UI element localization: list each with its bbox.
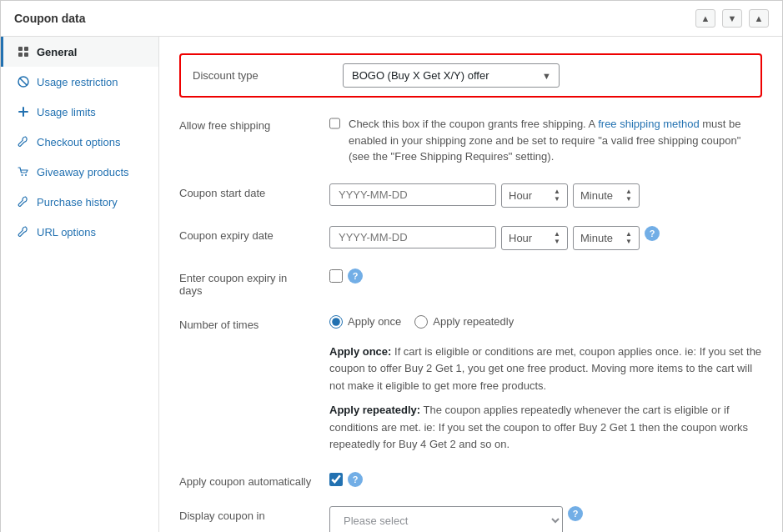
free-shipping-method-link[interactable]: free shipping method — [598, 118, 699, 130]
sidebar-label-usage-limits: Usage limits — [37, 106, 96, 118]
sidebar-label-usage-restriction: Usage restriction — [37, 76, 118, 88]
expiry-hour-up-arrow[interactable]: ▲ — [554, 231, 560, 238]
expiry-hour-spinner[interactable]: Hour ▲ ▼ — [501, 226, 568, 250]
content-area: General Usage restriction Usage limits C… — [1, 37, 782, 532]
start-minute-up-arrow[interactable]: ▲ — [625, 188, 632, 195]
svg-rect-1 — [24, 47, 28, 51]
svg-rect-0 — [18, 47, 23, 51]
expiry-days-content: ? — [329, 269, 762, 284]
apply-auto-checkbox[interactable] — [329, 473, 343, 486]
expiry-days-help-icon[interactable]: ? — [348, 269, 363, 284]
sidebar-item-purchase-history[interactable]: Purchase history — [1, 187, 158, 217]
sidebar-item-checkout-options[interactable]: Checkout options — [1, 127, 158, 157]
coupon-start-date-content: Hour ▲ ▼ Minute ▲ ▼ — [329, 183, 762, 208]
grid-icon — [17, 45, 30, 58]
start-minute-label: Minute — [580, 189, 613, 202]
expiry-minute-up-arrow[interactable]: ▲ — [625, 231, 632, 238]
start-hour-label: Hour — [509, 189, 532, 202]
expiry-hour-label: Hour — [509, 232, 532, 244]
svg-point-9 — [25, 174, 27, 176]
number-of-times-label: Number of times — [179, 315, 313, 331]
start-minute-down-arrow[interactable]: ▼ — [625, 196, 632, 203]
apply-description-text: Apply once: If cart is eligible or condi… — [329, 344, 762, 454]
start-hour-down-arrow[interactable]: ▼ — [554, 196, 560, 203]
coupon-start-date-input[interactable] — [329, 183, 496, 206]
apply-auto-content: ? — [329, 472, 762, 487]
apply-repeatedly-radio[interactable] — [414, 315, 428, 329]
discount-type-label: Discount type — [193, 69, 326, 82]
coupon-expiry-date-row: Coupon expiry date Hour ▲ ▼ Minute ▲ — [179, 223, 762, 250]
sidebar-item-giveaway-products[interactable]: Giveaway products — [1, 157, 158, 187]
sidebar-label-giveaway-products: Giveaway products — [37, 166, 129, 178]
prohibition-icon — [17, 75, 30, 88]
start-minute-arrows[interactable]: ▲ ▼ — [625, 188, 632, 203]
coupon-start-date-label: Coupon start date — [179, 183, 313, 199]
sidebar-item-general[interactable]: General — [1, 37, 158, 67]
display-coupon-help-icon[interactable]: ? — [568, 506, 583, 521]
sidebar-item-url-options[interactable]: URL options — [1, 217, 158, 247]
apply-once-radio[interactable] — [329, 315, 343, 329]
start-hour-arrows[interactable]: ▲ ▼ — [554, 188, 560, 203]
apply-repeatedly-label: Apply repeatedly — [433, 315, 514, 328]
display-coupon-select[interactable]: Please select — [329, 506, 563, 532]
window-title: Coupon data — [14, 12, 86, 25]
apply-auto-row: Apply coupon automatically ? — [179, 469, 762, 488]
apply-repeatedly-option[interactable]: Apply repeatedly — [414, 315, 514, 329]
number-of-times-row: Number of times Apply once Apply repeate… — [179, 312, 762, 454]
expiry-minute-down-arrow[interactable]: ▼ — [625, 238, 632, 245]
expand-btn[interactable]: ▼ — [722, 9, 742, 28]
free-shipping-label: Allow free shipping — [179, 116, 313, 132]
expiry-minute-spinner[interactable]: Minute ▲ ▼ — [573, 226, 640, 250]
window-controls: ▲ ▼ ▲ — [695, 9, 769, 28]
collapse-btn[interactable]: ▲ — [695, 9, 715, 28]
svg-point-8 — [22, 174, 23, 176]
expiry-days-label: Enter coupon expiry in days — [179, 269, 313, 297]
display-coupon-label: Display coupon in — [179, 506, 313, 522]
svg-line-5 — [20, 78, 28, 86]
expiry-minute-arrows[interactable]: ▲ ▼ — [625, 231, 632, 245]
apply-auto-label: Apply coupon automatically — [179, 472, 313, 488]
expiry-date-help-icon[interactable]: ? — [645, 226, 660, 241]
sidebar-item-usage-limits[interactable]: Usage limits — [1, 97, 158, 127]
coupon-expiry-date-label: Coupon expiry date — [179, 226, 313, 242]
sidebar-label-checkout-options: Checkout options — [37, 136, 120, 148]
wrench-icon-checkout — [17, 135, 30, 148]
wrench-icon-url — [17, 225, 30, 238]
coupon-expiry-date-input[interactable] — [329, 226, 496, 248]
maximize-btn[interactable]: ▲ — [749, 9, 769, 28]
sidebar: General Usage restriction Usage limits C… — [1, 37, 159, 532]
free-shipping-text: Check this box if the coupon grants free… — [349, 116, 762, 165]
title-bar: Coupon data ▲ ▼ ▲ — [1, 1, 782, 37]
wrench-icon-purchase — [17, 195, 30, 208]
start-hour-up-arrow[interactable]: ▲ — [554, 188, 560, 195]
sidebar-label-url-options: URL options — [37, 226, 96, 238]
sidebar-item-usage-restriction[interactable]: Usage restriction — [1, 67, 158, 97]
display-coupon-select-wrapper: Please select — [329, 506, 563, 532]
cart-icon — [17, 165, 30, 178]
free-shipping-row: Allow free shipping Check this box if th… — [179, 113, 762, 165]
apply-auto-help-icon[interactable]: ? — [348, 472, 363, 487]
discount-type-select[interactable]: BOGO (Buy X Get X/Y) offer Percentage di… — [343, 63, 560, 88]
apply-once-option[interactable]: Apply once — [329, 315, 401, 329]
expiry-days-row: Enter coupon expiry in days ? — [179, 265, 762, 297]
sidebar-label-purchase-history: Purchase history — [37, 196, 118, 208]
expiry-hour-down-arrow[interactable]: ▼ — [554, 238, 560, 245]
apply-once-label: Apply once — [348, 315, 401, 328]
sidebar-label-general: General — [37, 46, 77, 58]
start-hour-spinner[interactable]: Hour ▲ ▼ — [501, 183, 568, 208]
plus-icon — [17, 105, 30, 118]
display-coupon-row: Display coupon in Please select ? — [179, 503, 762, 532]
number-of-times-content: Apply once Apply repeatedly Apply once: … — [329, 315, 762, 454]
expiry-hour-arrows[interactable]: ▲ ▼ — [554, 231, 560, 245]
apply-mode-radio-group: Apply once Apply repeatedly — [329, 315, 514, 329]
start-minute-spinner[interactable]: Minute ▲ ▼ — [573, 183, 640, 208]
apply-repeatedly-description: Apply repeatedly: The coupon applies rep… — [329, 402, 762, 454]
svg-rect-3 — [24, 53, 28, 57]
discount-type-row: Discount type BOGO (Buy X Get X/Y) offer… — [179, 53, 762, 98]
free-shipping-content: Check this box if the coupon grants free… — [329, 116, 762, 165]
coupon-start-date-row: Coupon start date Hour ▲ ▼ Minute ▲ — [179, 180, 762, 208]
display-coupon-content: Please select ? — [329, 506, 762, 532]
expiry-days-checkbox[interactable] — [329, 269, 343, 283]
expiry-minute-label: Minute — [580, 232, 613, 244]
free-shipping-checkbox[interactable] — [329, 117, 340, 130]
